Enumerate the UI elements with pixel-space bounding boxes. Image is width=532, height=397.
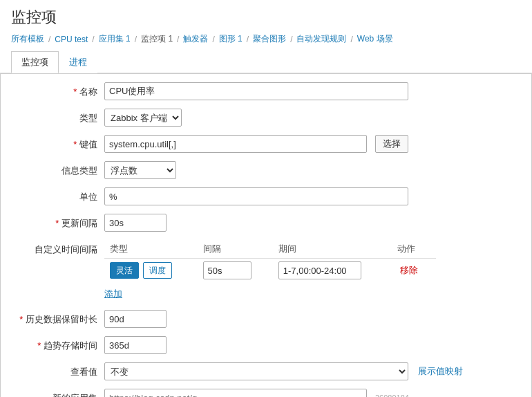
custom-interval-row: 自定义时间间隔 类型 间隔 期间 动作	[15, 240, 517, 303]
type-label: 类型	[15, 109, 104, 124]
col-action: 动作	[392, 240, 436, 259]
custom-interval-control: 类型 间隔 期间 动作 灵活 调度	[104, 240, 517, 303]
info-type-row: 信息类型 浮点数 字符 日志 数字(无符号) 文本	[15, 161, 517, 181]
key-label: 键值	[15, 135, 104, 151]
trend-label: 趋势存储时间	[15, 336, 104, 352]
breadcrumb-item-discovery[interactable]: 自动发现规则	[296, 33, 346, 45]
info-type-label: 信息类型	[15, 161, 104, 177]
unit-label: 单位	[15, 187, 104, 203]
trend-input[interactable]	[104, 336, 167, 354]
unit-input[interactable]	[104, 187, 408, 205]
period-input[interactable]	[278, 261, 361, 279]
col-period: 期间	[273, 240, 392, 259]
name-label: 名称	[15, 82, 104, 98]
interval-cell	[198, 259, 273, 283]
breadcrumb-item-monitor1: 监控项 1	[141, 33, 173, 45]
breadcrumb-item-trigger[interactable]: 触发器	[183, 33, 208, 45]
breadcrumb: 所有模板 / CPU test / 应用集 1 / 监控项 1 / 触发器 / …	[11, 33, 521, 45]
new-app-label: 新的应用集	[15, 389, 104, 397]
key-row: 键值 选择	[15, 135, 517, 154]
info-type-select[interactable]: 浮点数 字符 日志 数字(无符号) 文本	[104, 161, 176, 179]
key-input[interactable]	[104, 135, 367, 153]
tab-process[interactable]: 进程	[59, 51, 97, 73]
look-value-select[interactable]: 不变 As is	[104, 362, 408, 380]
new-app-control: 36089184	[104, 389, 517, 397]
name-row: 名称	[15, 82, 517, 102]
custom-interval-row-1: 灵活 调度 移除	[104, 259, 436, 283]
type-row: 类型 Zabbix 客户端 Zabbix 代理 SNMP JMX	[15, 109, 517, 128]
key-select-button[interactable]: 选择	[375, 135, 408, 153]
period-cell	[273, 259, 392, 283]
top-tabs: 监控项 进程	[11, 50, 521, 73]
history-label: 历史数据保留时长	[15, 310, 104, 326]
history-row: 历史数据保留时长	[15, 310, 517, 329]
history-input[interactable]	[104, 310, 167, 328]
update-interval-label: 更新间隔	[15, 214, 104, 230]
form-area: 名称 类型 Zabbix 客户端 Zabbix 代理 SNMP JMX 键值	[1, 74, 531, 397]
unit-control	[104, 187, 517, 205]
new-app-row: 新的应用集 36089184	[15, 389, 517, 397]
breadcrumb-item-web[interactable]: Web 场景	[357, 33, 393, 45]
page-title: 监控项	[11, 7, 521, 28]
custom-interval-table: 类型 间隔 期间 动作 灵活 调度	[104, 240, 436, 282]
remove-button[interactable]: 移除	[397, 264, 421, 277]
action-cell: 移除	[392, 259, 436, 283]
trend-row: 趋势存储时间	[15, 336, 517, 356]
breadcrumb-item-all-templates[interactable]: 所有模板	[11, 33, 44, 45]
look-value-row: 查看值 不变 As is 展示值映射	[15, 362, 517, 382]
name-input[interactable]	[104, 82, 408, 100]
type-select[interactable]: Zabbix 客户端 Zabbix 代理 SNMP JMX	[104, 109, 182, 127]
breadcrumb-item-graph1[interactable]: 图形 1	[219, 33, 243, 45]
update-interval-row: 更新间隔	[15, 214, 517, 233]
tab-monitor[interactable]: 监控项	[11, 51, 59, 73]
interval-input[interactable]	[203, 261, 251, 279]
main-content: 名称 类型 Zabbix 客户端 Zabbix 代理 SNMP JMX 键值	[0, 73, 532, 397]
custom-interval-label: 自定义时间间隔	[15, 240, 104, 256]
name-control	[104, 82, 517, 100]
look-value-label: 查看值	[15, 362, 104, 378]
update-interval-control	[104, 214, 517, 232]
watermark: 36089184	[375, 394, 409, 397]
type-cell: 灵活 调度	[104, 259, 198, 283]
update-interval-input[interactable]	[104, 214, 167, 232]
new-app-input[interactable]	[104, 389, 367, 397]
trend-control	[104, 336, 517, 354]
add-interval-button[interactable]: 添加	[104, 285, 122, 303]
col-interval: 间隔	[198, 240, 273, 259]
show-value-map-button[interactable]: 展示值映射	[418, 365, 463, 378]
breadcrumb-item-app1[interactable]: 应用集 1	[99, 33, 131, 45]
history-control	[104, 310, 517, 328]
info-type-control: 浮点数 字符 日志 数字(无符号) 文本	[104, 161, 517, 179]
breadcrumb-item-aggregate[interactable]: 聚合图形	[253, 33, 286, 45]
look-value-control: 不变 As is 展示值映射	[104, 362, 517, 380]
breadcrumb-item-cpu-test[interactable]: CPU test	[55, 35, 88, 44]
key-control: 选择	[104, 135, 517, 153]
flexible-btn[interactable]: 灵活	[110, 262, 139, 279]
unit-row: 单位	[15, 187, 517, 207]
schedule-btn[interactable]: 调度	[143, 262, 172, 279]
type-control: Zabbix 客户端 Zabbix 代理 SNMP JMX	[104, 109, 517, 127]
col-type: 类型	[104, 240, 198, 259]
